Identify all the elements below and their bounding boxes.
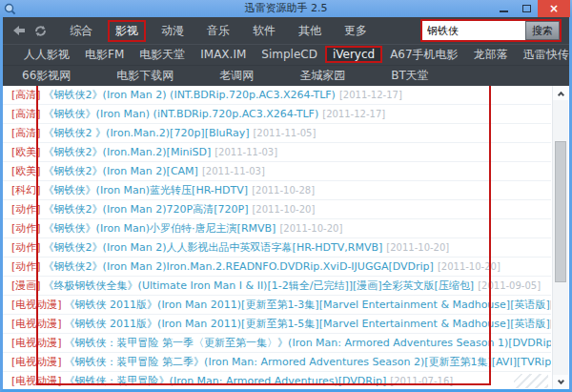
result-row[interactable]: [电视动漫]《钢铁侠：装甲冒险 第一季〈更新至第一集〉》(Iron Man: A…	[3, 334, 551, 353]
result-link[interactable]: 《钢铁侠》(Iron Man) (iNT.BDRip.720p.AC3.X264…	[44, 108, 319, 120]
result-link[interactable]: 《钢铁侠》(Iron Man)蓝光转压[HR-HDTV]	[44, 184, 249, 196]
category-tag: [动作]	[11, 203, 41, 216]
result-link[interactable]: 《钢铁侠2》(Iron.Man.2)[MiniSD]	[44, 146, 212, 158]
result-date: [2011-12-17]	[322, 109, 385, 119]
resize-grip[interactable]	[514, 374, 548, 388]
scroll-down-button[interactable]	[553, 375, 568, 389]
site-nav-item[interactable]: SimpleCD	[254, 46, 325, 63]
back-arrow-icon	[12, 25, 26, 36]
titlebar: 迅雷资源助手 2.5 ×	[0, 0, 572, 17]
site-nav-item[interactable]: 电影天堂	[132, 45, 193, 65]
category-tag: [高清]	[11, 127, 41, 139]
category-tab[interactable]: 影视	[108, 20, 146, 42]
site-nav-item[interactable]: 老调网	[212, 66, 261, 86]
category-tab[interactable]: 更多	[337, 20, 375, 42]
category-tab[interactable]: 音乐	[199, 20, 237, 42]
result-date: [2011-11-03]	[214, 147, 277, 157]
site-nav-item[interactable]: 电影FM	[77, 45, 132, 65]
results-list: [高清]《钢铁侠2》(Iron Man 2) (INT.BDRip.720p.A…	[3, 86, 551, 389]
refresh-button[interactable]	[30, 20, 51, 41]
result-link[interactable]: 《钢铁侠：装甲冒险》(Iron Man: Armored Adventures)…	[65, 375, 387, 387]
site-nav-item[interactable]: 66影视网	[14, 66, 78, 86]
result-row[interactable]: [欧美]《钢铁侠2》(Iron.Man.2)[MiniSD][2011-11-0…	[3, 143, 551, 162]
close-button[interactable]: ×	[538, 0, 570, 17]
result-date: [2011-10-20]	[438, 261, 500, 272]
result-row[interactable]: [科幻]《钢铁侠》(Iron Man)蓝光转压[HR-HDTV][2011-10…	[3, 181, 551, 200]
site-nav-item[interactable]: 迅雷快传	[516, 45, 572, 65]
result-row[interactable]: [电视动漫]《钢铁侠：装甲冒险 第二季》(Iron Man: Armored A…	[3, 353, 551, 372]
category-tab[interactable]: 动漫	[153, 20, 192, 42]
result-row[interactable]: [电视动漫]《钢铁侠：装甲冒险》(Iron Man: Armored Adven…	[3, 372, 551, 389]
site-nav-item[interactable]: BT天堂	[383, 66, 437, 86]
window-body: 综合影视动漫音乐软件其他更多 搜索 人人影视电影FM电影天堂IMAX.IMSim…	[0, 17, 572, 392]
category-tag: [动作]	[11, 222, 41, 235]
category-tag: [高清]	[11, 89, 41, 101]
result-row[interactable]: [漫画]《终极钢铁侠全集》(Ultimate Iron Man I & II)[…	[3, 277, 551, 296]
result-link[interactable]: 《终极钢铁侠全集》(Ultimate Iron Man I & II)[1-2辑…	[44, 279, 475, 292]
result-link[interactable]: 《钢铁侠2》(Iron Man 2)720P高清[720P]	[44, 203, 249, 216]
category-tag: [电视动漫]	[11, 318, 62, 330]
category-tag: [电视动漫]	[11, 337, 62, 349]
result-link[interactable]: 《钢铁侠：装甲冒险 第一季〈更新至第一集〉》(Iron Man: Armored…	[65, 337, 551, 349]
site-nav-item[interactable]: 龙部落	[466, 45, 516, 65]
scrollbar-track[interactable]	[553, 100, 568, 375]
minimize-button[interactable]	[492, 0, 515, 17]
app-window: 迅雷资源助手 2.5 × 综合	[0, 0, 572, 392]
result-link[interactable]: 《钢铁侠2》(Iron Man 2)人人影视出品中英双语字幕[HR-HDTV,R…	[44, 241, 383, 254]
category-tab[interactable]: 综合	[62, 20, 100, 42]
site-nav-item[interactable]: 电影下载网	[109, 66, 181, 86]
result-link[interactable]: 《钢铁侠 2011版》(Iron Man 2011)[更新至第1-5集][Mar…	[65, 318, 551, 330]
result-row[interactable]: [欧美]《钢铁侠2》(Iron Man 2)[CAM][2011-11-03]	[3, 162, 551, 181]
result-row[interactable]: [动作]《钢铁侠2》(Iron Man 2)Iron.Man.2.READNFO…	[3, 258, 551, 277]
result-date: [2011-11-05]	[253, 128, 316, 138]
site-nav-item[interactable]: 人人影视	[16, 45, 77, 65]
maximize-button[interactable]	[515, 0, 538, 17]
category-tab[interactable]: 软件	[245, 20, 283, 42]
result-date: [2011-10-28]	[252, 185, 315, 196]
site-nav-row2: 66影视网电影下载网老调网圣城家园BT天堂	[3, 65, 569, 86]
category-tag: [欧美]	[11, 146, 41, 158]
result-link[interactable]: 《钢铁侠2》(Iron Man 2)[CAM]	[44, 165, 198, 177]
result-row[interactable]: [电视动漫]《钢铁侠 2011版》(Iron Man 2011)[更新至第1-5…	[3, 315, 551, 334]
site-nav-item[interactable]: IMAX.IM	[193, 46, 254, 63]
result-row[interactable]: [电视动漫]《钢铁侠 2011版》(Iron Man 2011)[更新至第1-3…	[3, 296, 551, 315]
category-tag: [高清]	[11, 108, 41, 120]
window-title: 迅雷资源助手 2.5	[0, 0, 572, 17]
category-tab[interactable]: 其他	[291, 20, 329, 42]
back-button[interactable]	[9, 20, 30, 41]
result-row[interactable]: [高清]《钢铁侠2 》(Iron.Man.2)[720p][BluRay][20…	[3, 124, 551, 143]
result-date: [2011-10-20]	[386, 242, 449, 253]
scrollbar[interactable]	[552, 86, 568, 389]
main-toolbar: 综合影视动漫音乐软件其他更多 搜索	[3, 17, 569, 44]
window-controls: ×	[492, 0, 572, 17]
result-date: [2011-10-20]	[252, 204, 315, 215]
maximize-icon	[522, 5, 531, 12]
search-button[interactable]: 搜索	[525, 21, 560, 40]
result-date: [2011-09-05]	[478, 280, 541, 291]
result-link[interactable]: 《钢铁侠2》(Iron Man 2) (INT.BDRip.720p.AC3.X…	[44, 89, 336, 101]
site-nav-item[interactable]: iVerycd	[325, 46, 382, 63]
search-area: 搜索	[420, 19, 562, 42]
result-row[interactable]: [高清]《钢铁侠2》(Iron Man 2) (INT.BDRip.720p.A…	[3, 86, 551, 105]
refresh-icon	[34, 25, 47, 37]
scroll-up-button[interactable]	[553, 86, 568, 100]
results-area: [高清]《钢铁侠2》(Iron Man 2) (INT.BDRip.720p.A…	[3, 86, 569, 389]
result-row[interactable]: [高清]《钢铁侠》(Iron Man) (iNT.BDRip.720p.AC3.…	[3, 105, 551, 124]
site-nav-row1: 人人影视电影FM电影天堂IMAX.IMSimpleCDiVerycdA67手机电…	[3, 44, 569, 65]
result-link[interactable]: 《钢铁侠 2011版》(Iron Man 2011)[更新至第1-3集][Mar…	[65, 299, 551, 311]
site-nav-item[interactable]: 圣城家园	[292, 66, 353, 86]
chevron-up-icon	[557, 91, 563, 97]
result-row[interactable]: [动作]《钢铁侠2》(Iron Man 2)720P高清[720P][2011-…	[3, 200, 551, 219]
site-nav-item[interactable]: A67手机电影	[382, 45, 465, 65]
search-input[interactable]	[422, 21, 525, 40]
result-date: [2011-07-16]	[390, 376, 453, 386]
scrollbar-thumb[interactable]	[555, 141, 566, 282]
result-link[interactable]: 《钢铁侠：装甲冒险 第二季》(Iron Man: Armored Adventu…	[65, 356, 551, 368]
result-link[interactable]: 《钢铁侠2 》(Iron.Man.2)[720p][BluRay]	[44, 127, 250, 139]
result-row[interactable]: [动作]《钢铁侠》(Iron Man)小罗伯特·唐尼主演[RMVB][2011-…	[3, 219, 551, 238]
result-link[interactable]: 《钢铁侠2》(Iron Man 2)Iron.Man.2.READNFO.DVD…	[44, 260, 434, 273]
chevron-down-icon	[557, 377, 563, 383]
result-row[interactable]: [动作]《钢铁侠2》(Iron Man 2)人人影视出品中英双语字幕[HR-HD…	[3, 238, 551, 258]
result-link[interactable]: 《钢铁侠》(Iron Man)小罗伯特·唐尼主演[RMVB]	[44, 222, 276, 235]
category-tag: [动作]	[11, 241, 41, 254]
